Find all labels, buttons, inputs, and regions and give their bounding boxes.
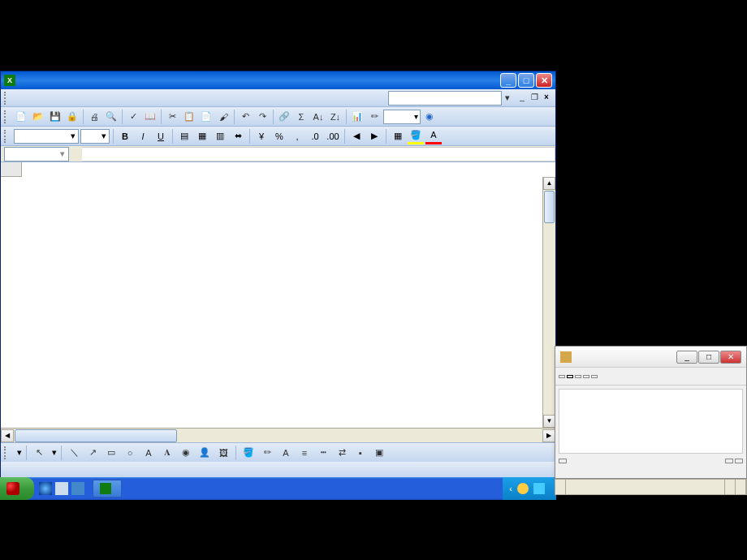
font-color-draw-icon[interactable]: A <box>278 445 294 461</box>
menu-edit[interactable] <box>22 97 32 100</box>
borders-icon[interactable]: ▦ <box>390 128 406 144</box>
bold-icon[interactable]: B <box>117 128 133 144</box>
menu-window[interactable] <box>80 97 90 100</box>
menu-format[interactable] <box>51 97 61 100</box>
undo-icon[interactable]: ↶ <box>237 109 253 125</box>
zoom-input[interactable]: ▾ <box>383 110 421 124</box>
maximize-button[interactable]: □ <box>518 73 534 88</box>
spreadsheet-grid[interactable]: ▲ ▼ <box>1 162 555 428</box>
desktop-icon[interactable] <box>55 482 68 495</box>
help-dropdown-icon[interactable]: ▾ <box>502 93 513 103</box>
format-handle[interactable] <box>4 130 9 143</box>
textbox-icon[interactable]: A <box>140 445 157 461</box>
chart-icon[interactable]: 📊 <box>349 109 365 125</box>
tray-volume-icon[interactable] <box>517 483 529 494</box>
tray-shield-icon[interactable] <box>533 483 545 494</box>
oval-icon[interactable]: ○ <box>122 445 138 461</box>
doc-restore-button[interactable]: ❐ <box>529 93 540 104</box>
shadow-icon[interactable]: ▪ <box>352 445 369 461</box>
research-icon[interactable]: 📖 <box>142 109 158 125</box>
3d-icon[interactable]: ▣ <box>371 445 387 461</box>
tray-expand-icon[interactable]: ‹ <box>509 484 512 493</box>
inc-decimal-icon[interactable]: .0 <box>307 128 323 144</box>
align-center-icon[interactable]: ▦ <box>194 128 210 144</box>
doc-minimize-button[interactable]: _ <box>516 93 528 104</box>
inc-indent-icon[interactable]: ▶ <box>366 128 382 144</box>
format-painter-icon[interactable]: 🖌 <box>215 109 231 125</box>
minimize-button[interactable]: _ <box>500 73 516 88</box>
percent-icon[interactable]: % <box>271 128 287 144</box>
scroll-right-icon[interactable]: ▶ <box>542 429 555 442</box>
clipart-icon[interactable]: 👤 <box>196 445 213 461</box>
paste-icon[interactable]: 📄 <box>198 109 214 125</box>
autosum-icon[interactable]: Σ <box>293 109 309 125</box>
system-tray[interactable]: ‹ <box>503 477 556 500</box>
align-left-icon[interactable]: ▤ <box>176 128 192 144</box>
save-icon[interactable]: 💾 <box>47 109 63 125</box>
wordart-icon[interactable]: 𝐀 <box>159 445 175 461</box>
preview-icon[interactable]: 🔍 <box>103 109 119 125</box>
line-icon[interactable]: ＼ <box>66 445 82 461</box>
dec-indent-icon[interactable]: ◀ <box>348 128 365 144</box>
comma-icon[interactable]: , <box>289 128 305 144</box>
diagram-icon[interactable]: ◉ <box>178 445 194 461</box>
toolbar-handle[interactable] <box>4 110 9 123</box>
exam-minimize-button[interactable]: _ <box>676 351 697 364</box>
permission-icon[interactable]: 🔒 <box>64 109 80 125</box>
cut-icon[interactable]: ✂ <box>164 109 180 125</box>
font-size-input[interactable]: ▾ <box>80 129 110 144</box>
taskbar-item-excel[interactable] <box>93 480 122 498</box>
line-style-icon[interactable]: ≡ <box>296 445 313 461</box>
fill-color-draw-icon[interactable]: 🪣 <box>240 445 257 461</box>
select-all-corner[interactable] <box>1 162 22 177</box>
sort-desc-icon[interactable]: Z↓ <box>327 109 343 125</box>
menu-help[interactable] <box>90 97 100 100</box>
dec-decimal-icon[interactable]: .00 <box>325 128 341 144</box>
dash-style-icon[interactable]: ┅ <box>315 445 331 461</box>
arrow-style-icon[interactable]: ⇄ <box>334 445 350 461</box>
scroll-down-icon[interactable]: ▼ <box>543 415 555 428</box>
scroll-up-icon[interactable]: ▲ <box>543 177 555 190</box>
horizontal-scrollbar[interactable]: ◀ ▶ <box>1 429 555 442</box>
redo-icon[interactable]: ↷ <box>254 109 270 125</box>
align-right-icon[interactable]: ▥ <box>212 128 228 144</box>
merge-icon[interactable]: ⬌ <box>230 128 246 144</box>
exam-close-button[interactable]: ✕ <box>720 351 741 364</box>
formula-input[interactable] <box>82 147 555 162</box>
menubar-handle[interactable] <box>4 92 9 105</box>
help-search-input[interactable] <box>388 91 502 106</box>
exam-maximize-button[interactable]: □ <box>698 351 719 364</box>
redo-question-button[interactable] <box>575 375 581 378</box>
scroll-thumb[interactable] <box>544 191 555 223</box>
scroll-left-icon[interactable]: ◀ <box>1 429 14 442</box>
picture-icon[interactable]: 🖼 <box>215 445 231 461</box>
font-name-input[interactable]: ▾ <box>14 129 79 144</box>
italic-icon[interactable]: I <box>135 128 151 144</box>
menu-view[interactable] <box>32 97 41 100</box>
menu-tools[interactable] <box>61 97 71 100</box>
print-icon[interactable]: 🖨 <box>86 109 102 125</box>
arrow-icon[interactable]: ↗ <box>84 445 101 461</box>
currency-icon[interactable]: ¥ <box>253 128 270 144</box>
drawing-icon[interactable]: ✏ <box>366 109 382 125</box>
help-icon[interactable]: ◉ <box>421 109 438 125</box>
prev-question-button[interactable] <box>559 375 565 378</box>
open-icon[interactable]: 📂 <box>30 109 46 125</box>
draw-handle[interactable] <box>4 446 9 459</box>
select-question-button[interactable] <box>591 375 598 378</box>
ime-label[interactable] <box>736 480 746 494</box>
hint-button[interactable] <box>735 459 743 463</box>
next-question-button[interactable] <box>567 375 573 378</box>
ie-icon[interactable] <box>39 482 52 495</box>
name-box[interactable]: ▾ <box>4 147 69 162</box>
font-color-icon[interactable]: A <box>425 128 442 144</box>
hscroll-thumb[interactable] <box>15 429 177 442</box>
line-color-icon[interactable]: ✏ <box>259 445 275 461</box>
spelling-icon[interactable]: ✓ <box>125 109 141 125</box>
student-info-button[interactable] <box>725 459 733 463</box>
copy-icon[interactable]: 📋 <box>181 109 197 125</box>
menu-data[interactable] <box>71 97 80 100</box>
end-exam-button[interactable] <box>559 459 567 463</box>
hyperlink-icon[interactable]: 🔗 <box>276 109 292 125</box>
sort-asc-icon[interactable]: A↓ <box>310 109 326 125</box>
